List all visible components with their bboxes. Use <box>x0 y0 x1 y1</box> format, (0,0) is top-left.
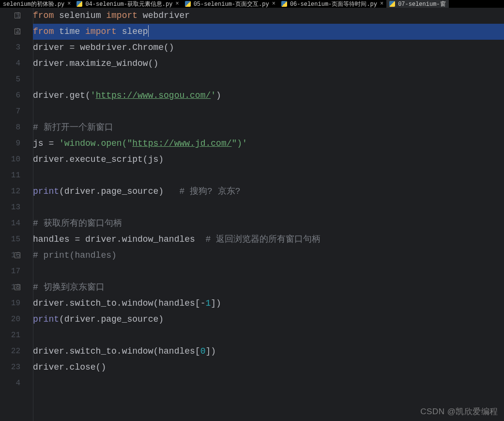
fold-icon[interactable]: − <box>15 252 20 258</box>
code-line: driver = webdriver.Chrome() <box>33 40 504 56</box>
watermark-text: CSDN @凯欣爱编程 <box>420 406 498 417</box>
code-line: driver.get('https://www.sogou.com/') <box>33 88 504 104</box>
code-line <box>33 72 504 88</box>
line-number: 11 <box>0 168 20 184</box>
fold-icon[interactable]: △ <box>15 29 20 34</box>
python-icon <box>185 1 191 7</box>
line-number: 17 <box>0 264 20 280</box>
line-number: 13 <box>0 200 20 216</box>
close-icon[interactable]: × <box>380 0 383 7</box>
code-line: # 切换到京东窗口 <box>33 280 504 296</box>
line-number: 21 <box>0 327 20 343</box>
line-number: 20 <box>0 312 20 327</box>
code-line: driver.switch_to.window(handles[0]) <box>33 343 504 359</box>
line-number: 22 <box>0 343 20 359</box>
editor-tab[interactable]: 04-selenium-获取元素信息.py× <box>74 0 182 8</box>
code-line: from selenium import webdriver <box>33 8 504 24</box>
fold-icon[interactable]: − <box>15 13 20 18</box>
code-line: # 新打开一个新窗口 <box>33 120 504 136</box>
code-line: driver.maximize_window() <box>33 56 504 72</box>
code-line: # print(handles) <box>33 248 504 264</box>
editor-tab[interactable]: selenium的初体验.py× <box>0 0 74 8</box>
fold-icon[interactable]: △ <box>15 284 20 290</box>
line-number: 2△ <box>0 24 20 40</box>
code-line <box>33 168 504 184</box>
python-icon <box>76 1 82 7</box>
python-icon <box>281 1 287 7</box>
code-line: print(driver.page_source) <box>33 312 504 327</box>
python-icon <box>389 1 395 7</box>
code-line: handles = driver.window_handles # 返回浏览器的… <box>33 232 504 248</box>
editor-tab-active[interactable]: 07-selenium-窗 <box>386 0 448 8</box>
line-number: 4 <box>0 56 20 72</box>
line-number: 19 <box>0 296 20 312</box>
line-number: 10 <box>0 152 20 168</box>
close-icon[interactable]: × <box>67 0 71 7</box>
line-number: 9 <box>0 136 20 152</box>
code-line: driver.execute_script(js) <box>33 152 504 168</box>
line-number: 7 <box>0 104 20 120</box>
code-line <box>33 200 504 216</box>
line-number: 5 <box>0 72 20 88</box>
line-number-gutter: 1− 2△ 3 4 5 6 7 8 9 10 11 12 13 14 15 16… <box>0 8 33 421</box>
close-icon[interactable]: × <box>175 0 179 7</box>
line-number: 16− <box>0 248 20 264</box>
code-line <box>33 375 504 391</box>
line-number: 4 <box>0 375 20 391</box>
code-line: js = 'window.open("https://www.jd.com/")… <box>33 136 504 152</box>
code-area[interactable]: from selenium import webdriver from time… <box>33 8 504 421</box>
code-line current-line: from time import sleep <box>33 24 504 40</box>
code-line: # 获取所有的窗口句柄 <box>33 216 504 232</box>
line-number: 1− <box>0 8 20 24</box>
line-number: 3 <box>0 40 20 56</box>
code-line <box>33 104 504 120</box>
tab-bar: selenium的初体验.py× 04-selenium-获取元素信息.py× … <box>0 0 504 8</box>
line-number: 23 <box>0 359 20 375</box>
line-number: 18△ <box>0 280 20 296</box>
code-line: driver.close() <box>33 359 504 375</box>
text-cursor <box>148 25 149 37</box>
line-number: 8 <box>0 120 20 136</box>
line-number: 14 <box>0 216 20 232</box>
code-line <box>33 264 504 280</box>
code-line: driver.switch_to.window(handles[-1]) <box>33 296 504 312</box>
line-number: 12 <box>0 184 20 200</box>
editor-tab[interactable]: 05-selenium-页面交互.py× <box>182 0 278 8</box>
code-editor[interactable]: 1− 2△ 3 4 5 6 7 8 9 10 11 12 13 14 15 16… <box>0 8 504 421</box>
line-number: 15 <box>0 232 20 248</box>
close-icon[interactable]: × <box>272 0 275 7</box>
editor-tab[interactable]: 06-selenium-页面等待时间.py× <box>278 0 386 8</box>
code-line <box>33 327 504 343</box>
code-line: print(driver.page_source) # 搜狗? 京东? <box>33 184 504 200</box>
line-number: 6 <box>0 88 20 104</box>
